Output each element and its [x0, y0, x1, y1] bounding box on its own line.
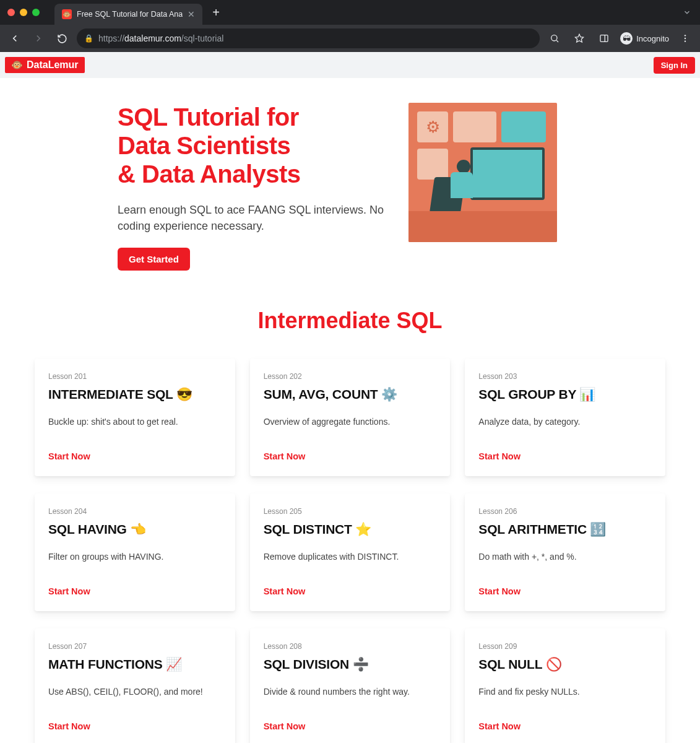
lessons-grid: Lesson 201 INTERMEDIATE SQL 😎 Buckle up:…	[0, 358, 700, 743]
incognito-label: Incognito	[636, 34, 669, 43]
lesson-description: Use ABS(), CEIL(), FLOOR(), and more!	[48, 687, 222, 706]
brand-name: DataLemur	[27, 59, 79, 71]
url-text: https://datalemur.com/sql-tutorial	[98, 33, 223, 43]
lesson-description: Do math with +, *, and %.	[478, 552, 652, 571]
start-now-link[interactable]: Start Now	[478, 586, 652, 596]
maximize-window-icon[interactable]	[32, 9, 40, 16]
lesson-description: Remove duplicates with DISTINCT.	[264, 552, 437, 571]
site-header: 🐵 DataLemur Sign In	[0, 52, 700, 78]
lesson-title: SQL DISTINCT ⭐	[264, 522, 437, 537]
lesson-card[interactable]: Lesson 202 SUM, AVG, COUNT ⚙️ Overview o…	[250, 358, 451, 476]
lesson-tag: Lesson 201	[48, 372, 222, 381]
gear-icon: ⚙	[426, 118, 440, 137]
lesson-description: Filter on groups with HAVING.	[48, 552, 222, 571]
svg-point-7	[685, 40, 686, 41]
lesson-card[interactable]: Lesson 205 SQL DISTINCT ⭐ Remove duplica…	[250, 493, 451, 611]
lesson-title: SUM, AVG, COUNT ⚙️	[264, 387, 437, 402]
start-now-link[interactable]: Start Now	[48, 586, 222, 596]
window-controls	[7, 9, 40, 16]
reload-button[interactable]	[53, 30, 71, 47]
svg-marker-2	[576, 34, 584, 42]
hero-illustration: ⚙	[408, 103, 557, 242]
lesson-description: Buckle up: shit's about to get real.	[48, 417, 222, 437]
svg-rect-3	[600, 35, 608, 42]
close-window-icon[interactable]	[7, 9, 15, 16]
monitor-icon	[470, 147, 545, 200]
tab-title: Free SQL Tutorial for Data Ana	[77, 10, 183, 19]
address-bar[interactable]: 🔒 https://datalemur.com/sql-tutorial	[77, 28, 540, 48]
hero-subtitle: Learn enough SQL to ace FAANG SQL interv…	[118, 202, 384, 234]
minimize-window-icon[interactable]	[20, 9, 27, 16]
lesson-card[interactable]: Lesson 203 SQL GROUP BY 📊 Analyze data, …	[465, 358, 665, 476]
hero-title: SQL Tutorial for Data Scientists & Data …	[118, 103, 384, 188]
start-now-link[interactable]: Start Now	[48, 451, 222, 461]
bookmark-icon[interactable]	[571, 30, 588, 47]
lesson-card[interactable]: Lesson 206 SQL ARITHMETIC 🔢 Do math with…	[465, 493, 665, 611]
svg-point-0	[551, 35, 557, 41]
lock-icon: 🔒	[84, 34, 93, 43]
lesson-title: SQL HAVING 👈	[48, 522, 222, 537]
brand-logo[interactable]: 🐵 DataLemur	[5, 57, 85, 73]
section-title: Intermediate SQL	[0, 308, 700, 334]
start-now-link[interactable]: Start Now	[264, 721, 437, 731]
lesson-card[interactable]: Lesson 204 SQL HAVING 👈 Filter on groups…	[35, 493, 235, 611]
side-panel-icon[interactable]	[595, 30, 613, 47]
lesson-tag: Lesson 209	[478, 642, 652, 651]
menu-icon[interactable]	[676, 30, 694, 47]
browser-toolbar: 🔒 https://datalemur.com/sql-tutorial 🕶 I…	[0, 25, 700, 52]
svg-point-5	[685, 35, 686, 36]
start-now-link[interactable]: Start Now	[264, 586, 437, 596]
svg-line-1	[556, 40, 558, 42]
browser-chrome: 🐵 Free SQL Tutorial for Data Ana ✕ + 🔒 h…	[0, 0, 700, 52]
lesson-card[interactable]: Lesson 208 SQL DIVISION ➗ Divide & round…	[250, 628, 451, 743]
hero-section: SQL Tutorial for Data Scientists & Data …	[0, 78, 700, 289]
svg-point-6	[685, 38, 686, 39]
lesson-title: SQL ARITHMETIC 🔢	[478, 522, 652, 537]
lesson-tag: Lesson 205	[264, 507, 437, 516]
tabs-chevron-icon[interactable]	[683, 8, 700, 17]
lesson-card[interactable]: Lesson 201 INTERMEDIATE SQL 😎 Buckle up:…	[35, 358, 235, 476]
lesson-tag: Lesson 202	[264, 372, 437, 381]
back-button[interactable]	[6, 30, 24, 47]
lesson-description: Overview of aggregate functions.	[264, 417, 437, 437]
lesson-description: Divide & round numbers the right way.	[264, 687, 437, 706]
search-icon[interactable]	[546, 30, 563, 47]
lesson-title: SQL NULL 🚫	[478, 657, 652, 672]
incognito-indicator[interactable]: 🕶 Incognito	[620, 32, 669, 45]
new-tab-button[interactable]: +	[207, 6, 225, 20]
lesson-tag: Lesson 207	[48, 642, 222, 651]
desk-shape	[408, 211, 557, 242]
lesson-description: Analyze data, by category.	[478, 417, 652, 437]
lesson-tag: Lesson 204	[48, 507, 222, 516]
lesson-card[interactable]: Lesson 209 SQL NULL 🚫 Find and fix pesky…	[465, 628, 665, 743]
browser-tab[interactable]: 🐵 Free SQL Tutorial for Data Ana ✕	[54, 4, 202, 25]
start-now-link[interactable]: Start Now	[478, 721, 652, 731]
lesson-title: INTERMEDIATE SQL 😎	[48, 387, 222, 402]
lesson-description: Find and fix pesky NULLs.	[478, 687, 652, 706]
lesson-title: MATH FUNCTIONS 📈	[48, 657, 222, 672]
tab-bar: 🐵 Free SQL Tutorial for Data Ana ✕ +	[0, 0, 700, 25]
lesson-card[interactable]: Lesson 207 MATH FUNCTIONS 📈 Use ABS(), C…	[35, 628, 235, 743]
forward-button[interactable]	[30, 30, 47, 47]
lemur-icon: 🐵	[11, 59, 23, 71]
start-now-link[interactable]: Start Now	[264, 451, 437, 461]
lesson-tag: Lesson 208	[264, 642, 437, 651]
lesson-tag: Lesson 206	[478, 507, 652, 516]
lesson-tag: Lesson 203	[478, 372, 652, 381]
get-started-button[interactable]: Get Started	[118, 248, 190, 271]
incognito-icon: 🕶	[620, 32, 633, 45]
start-now-link[interactable]: Start Now	[478, 451, 652, 461]
close-tab-icon[interactable]: ✕	[188, 9, 195, 19]
person-shape	[446, 160, 475, 208]
sign-in-button[interactable]: Sign In	[654, 57, 695, 74]
favicon-icon: 🐵	[62, 9, 72, 19]
start-now-link[interactable]: Start Now	[48, 721, 222, 731]
lesson-title: SQL GROUP BY 📊	[478, 387, 652, 402]
lesson-title: SQL DIVISION ➗	[264, 657, 437, 672]
